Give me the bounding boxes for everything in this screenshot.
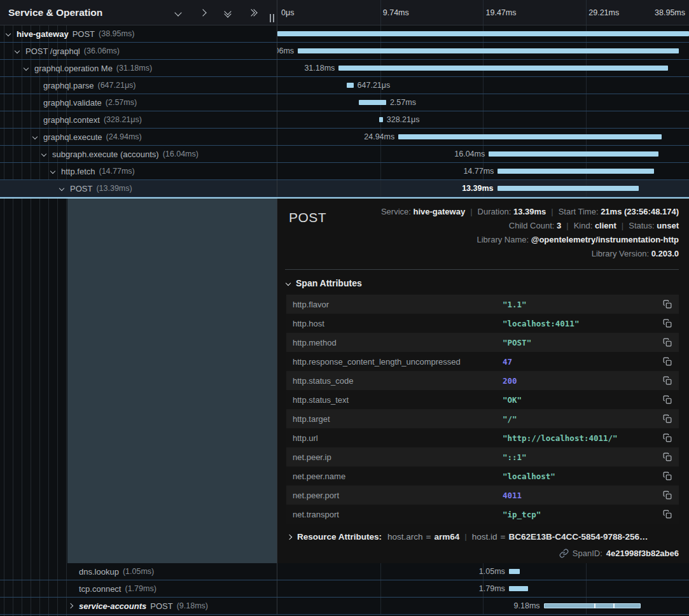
span-row[interactable]: service-accountsPOST(9.18ms)9.18ms: [0, 598, 689, 615]
meta-value: 3: [557, 221, 561, 230]
operation-name: graphql.validate: [43, 98, 102, 108]
resource-pairs: host.arch=arm64|host.id=BC62E13B-C4CC-58…: [387, 533, 648, 541]
span-bar[interactable]: [498, 186, 639, 191]
expand-all-icon[interactable]: [247, 8, 258, 18]
waterfall-cell: 647.21μs: [277, 77, 689, 94]
span-row[interactable]: subgraph.execute (accounts)(16.04ms)16.0…: [0, 146, 689, 163]
collapse-span-icon[interactable]: [22, 66, 31, 70]
waterfall-cell: 13.39ms: [277, 180, 689, 197]
span-bar[interactable]: [359, 100, 386, 105]
copy-icon[interactable]: [662, 452, 672, 463]
collapse-span-icon[interactable]: [57, 186, 66, 190]
resource-attributes-row[interactable]: Resource Attributes: host.arch=arm64|hos…: [288, 533, 679, 541]
span-bar[interactable]: [298, 48, 679, 53]
collapse-span-icon[interactable]: [4, 32, 13, 36]
span-row[interactable]: POST(13.39ms)13.39ms: [0, 180, 689, 197]
attribute-value: "http://localhost:4011/": [503, 433, 662, 443]
span-bar[interactable]: [398, 134, 662, 139]
copy-icon[interactable]: [662, 299, 672, 310]
span-bar[interactable]: [489, 151, 658, 157]
span-bar[interactable]: [338, 66, 668, 71]
copy-icon[interactable]: [662, 433, 672, 444]
collapse-span-icon[interactable]: [39, 152, 48, 156]
span-id-value: 4e21998f3b82abe6: [606, 549, 679, 558]
attribute-value: 47: [503, 357, 662, 367]
link-icon[interactable]: [559, 549, 569, 558]
collapse-span-icon[interactable]: [13, 49, 22, 53]
copy-icon[interactable]: [662, 490, 672, 501]
collapse-span-icon[interactable]: [31, 135, 39, 139]
span-row[interactable]: graphql.parse(647.21μs)647.21μs: [0, 77, 689, 94]
span-row[interactable]: POST /graphql(36.06ms)36.06ms: [0, 43, 689, 60]
copy-icon[interactable]: [662, 337, 672, 348]
waterfall-cell: 31.18ms: [277, 60, 689, 76]
copy-icon[interactable]: [662, 509, 672, 520]
span-bar[interactable]: [277, 31, 689, 36]
bar-duration-label: 36.06ms: [277, 46, 298, 55]
span-row[interactable]: graphql.operation Me(31.18ms)31.18ms: [0, 60, 689, 77]
bar-duration-label: 14.77ms: [459, 167, 498, 176]
operation-name: POST: [70, 184, 92, 193]
span-row[interactable]: tcp.connect(1.79ms)1.79ms: [0, 580, 689, 598]
meta-label: Service:: [381, 207, 414, 216]
span-bar[interactable]: [509, 569, 520, 574]
operation-name: POST /graphql: [25, 46, 80, 56]
span-bar[interactable]: [509, 586, 528, 591]
span-bar[interactable]: [379, 117, 382, 122]
timeline-toolbar: [173, 8, 258, 18]
span-detail-header: POST Service: hive-gateway|Duration: 13.…: [285, 205, 679, 261]
span-bar[interactable]: [544, 603, 641, 608]
bar-duration-label: 647.21μs: [354, 81, 394, 90]
attribute-value: "1.1": [503, 300, 662, 309]
trace-timeline-app: Service & Operation 0μs9.74ms19.47ms29.2…: [0, 0, 689, 616]
bar-duration-label: 9.18ms: [510, 601, 544, 610]
operation-name: dns.lookup: [79, 567, 119, 577]
span-id-label: SpanID:: [573, 549, 602, 558]
meta-label: Status:: [629, 221, 657, 230]
attribute-value: 4011: [503, 491, 662, 500]
attribute-row: net.peer.port4011: [286, 486, 679, 505]
attribute-row: http.flavor"1.1": [286, 295, 679, 314]
waterfall-cell: 1.79ms: [277, 580, 689, 597]
panel-resize-handle[interactable]: [270, 14, 274, 22]
span-meta-line: Library Version: 0.203.0: [381, 247, 679, 261]
span-bar[interactable]: [347, 83, 354, 88]
copy-icon[interactable]: [662, 395, 672, 405]
copy-icon[interactable]: [662, 318, 672, 329]
span-attributes-header[interactable]: Span Attributes: [286, 278, 679, 288]
span-duration: (9.18ms): [177, 601, 208, 610]
attribute-row: net.peer.ip"::1": [286, 447, 679, 466]
chevron-down-icon[interactable]: [173, 8, 183, 18]
span-detail-panel: POST Service: hive-gateway|Duration: 13.…: [277, 199, 689, 563]
attribute-row: http.target"/": [286, 409, 679, 428]
collapse-all-icon[interactable]: [223, 8, 233, 18]
bar-segment-tick: [594, 603, 595, 608]
waterfall-cell: 328.21μs: [277, 111, 689, 128]
span-row[interactable]: http.fetch(14.77ms)14.77ms: [0, 163, 689, 180]
copy-icon[interactable]: [662, 471, 672, 482]
span-bar[interactable]: [498, 169, 653, 174]
span-duration: (38.95ms): [99, 29, 134, 38]
waterfall-cell: 1.05ms: [277, 563, 689, 580]
expand-span-icon[interactable]: [66, 604, 75, 608]
attribute-key: http.host: [293, 319, 503, 328]
copy-icon[interactable]: [662, 356, 672, 367]
attribute-key: http.target: [293, 414, 503, 424]
operation-name: subgraph.execute (accounts): [52, 150, 159, 159]
span-duration: (31.18ms): [116, 64, 152, 73]
copy-icon[interactable]: [662, 414, 672, 424]
span-row[interactable]: dns.lookup(1.05ms)1.05ms: [0, 563, 689, 580]
meta-value: 13.39ms: [513, 207, 546, 216]
collapse-span-icon[interactable]: [48, 169, 57, 173]
span-row[interactable]: graphql.execute(24.94ms)24.94ms: [0, 129, 689, 146]
span-row[interactable]: graphql.validate(2.57ms)2.57ms: [0, 94, 689, 111]
span-duration: (647.21μs): [98, 81, 136, 90]
service-operation-header: Service & Operation: [0, 0, 277, 25]
copy-icon[interactable]: [662, 375, 672, 386]
span-row[interactable]: hive-gatewayPOST(38.95ms): [0, 25, 689, 43]
span-row[interactable]: graphql.context(328.21μs)328.21μs: [0, 111, 689, 129]
axis-tick: 29.21ms: [588, 8, 619, 17]
bar-duration-label: 328.21μs: [383, 115, 424, 124]
span-meta-line: Service: hive-gateway|Duration: 13.39ms|…: [381, 205, 679, 219]
chevron-right-icon[interactable]: [198, 8, 208, 18]
